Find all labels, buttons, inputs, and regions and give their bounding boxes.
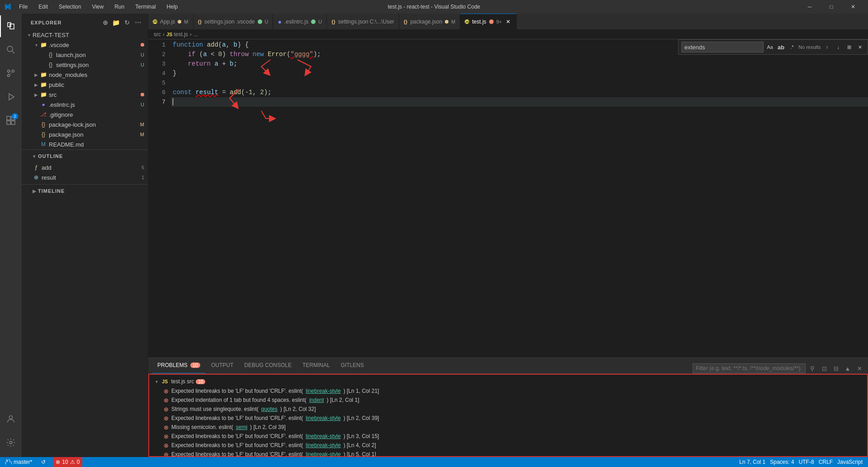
encoding-status[interactable]: UTF-8 (797, 457, 816, 467)
problem-link-5[interactable]: linebreak-style (306, 433, 340, 439)
problem-item-6[interactable]: ⊗ Expected linebreaks to be 'LF' but fou… (149, 441, 867, 450)
public-label: public (49, 81, 148, 88)
source-control-activity-icon[interactable] (0, 62, 22, 84)
testjs-close-button[interactable]: ✕ (505, 18, 512, 25)
explorer-activity-icon[interactable] (0, 15, 22, 37)
timeline-header[interactable]: ▶ TIMELINE (22, 185, 148, 197)
settings-activity-icon[interactable] (0, 432, 22, 453)
tab-settings-user[interactable]: {} settings.json C:\...\User (327, 14, 399, 29)
new-folder-button[interactable]: 📁 (112, 18, 121, 27)
problem-item-2[interactable]: ⊗ Strings must use singlequote. eslint(q… (149, 405, 867, 414)
tab-terminal[interactable]: TERMINAL (297, 357, 335, 373)
tree-public[interactable]: ▶ 📁 public (22, 80, 148, 90)
menu-edit[interactable]: Edit (35, 3, 52, 11)
code-line-3[interactable]: return a + b; (171, 59, 868, 69)
problem-link-0[interactable]: linebreak-style (306, 388, 340, 394)
problem-item-0[interactable]: ⊗ Expected linebreaks to be 'LF' but fou… (149, 386, 867, 396)
close-button[interactable]: ✕ (843, 0, 863, 14)
tab-settings-vscode[interactable]: {} settings.json .vscode U (193, 14, 274, 29)
tab-debug-console[interactable]: DEBUG CONSOLE (239, 357, 297, 373)
breadcrumb-file[interactable]: test.js (174, 31, 188, 38)
tab-appjs[interactable]: JS App.js M (148, 14, 193, 29)
menu-help[interactable]: Help (163, 3, 182, 11)
sync-status[interactable]: ↺ (39, 457, 47, 467)
branch-status[interactable]: master* (4, 457, 34, 467)
code-content[interactable]: function add(a, b) { if (a < 0) throw ne… (171, 39, 868, 357)
tab-problems[interactable]: PROBLEMS 10 (152, 357, 206, 373)
code-line-4[interactable]: } (171, 69, 868, 78)
find-close-button[interactable]: ✕ (856, 42, 865, 52)
maximize-button[interactable]: □ (821, 0, 842, 14)
tab-gitlens[interactable]: GITLENS (335, 357, 369, 373)
tree-node-modules[interactable]: ▶ 📁 node_modules (22, 70, 148, 80)
find-whole-word-button[interactable]: ab (776, 42, 785, 52)
menu-run[interactable]: Run (111, 3, 128, 11)
tree-settings-json[interactable]: ▶ {} settings.json U (22, 60, 148, 70)
tab-testjs[interactable]: JS test.js 9+ ✕ (460, 14, 517, 29)
minimize-button[interactable]: ─ (799, 0, 820, 14)
tree-readme[interactable]: ▶ M README.md (22, 139, 148, 149)
spaces-status[interactable]: Spaces: 4 (768, 457, 796, 467)
menu-file[interactable]: File (15, 3, 31, 11)
tab-package-json[interactable]: {} package.json M (399, 14, 460, 29)
tree-project-root[interactable]: ▾ REACT-TEST (22, 30, 148, 40)
problems-group-header[interactable]: ▾ JS test.js src 10 (149, 376, 867, 386)
menu-view[interactable]: View (88, 3, 107, 11)
tree-gitignore[interactable]: ▶ ⎇ .gitignore (22, 110, 148, 119)
debug-activity-icon[interactable] (0, 86, 22, 108)
breadcrumb-src[interactable]: src (154, 31, 161, 38)
problem-link-1[interactable]: indent (309, 397, 324, 403)
errors-status[interactable]: ⊗ 10 ⚠ 0 (53, 457, 82, 467)
collapse-panel-button[interactable]: ⊡ (819, 363, 829, 373)
tree-src[interactable]: ▶ 📁 src (22, 90, 148, 100)
problem-link-3[interactable]: linebreak-style (306, 415, 340, 421)
find-expand-button[interactable]: ⊞ (844, 42, 854, 52)
find-case-sensitive-button[interactable]: Aa (765, 42, 774, 52)
tree-launch-json[interactable]: ▶ {} launch.json U (22, 50, 148, 60)
outline-result[interactable]: ⊛ result 1 (22, 172, 148, 182)
tree-package-json[interactable]: ▶ {} package.json M (22, 129, 148, 139)
line-ending-status[interactable]: CRLF (817, 457, 835, 467)
split-panel-button[interactable]: ⊟ (831, 363, 841, 373)
tree-package-lock[interactable]: ▶ {} package-lock.json M (22, 119, 148, 129)
new-file-button[interactable]: ⊕ (101, 18, 110, 27)
problem-item-7[interactable]: ⊗ Expected linebreaks to be 'LF' but fou… (149, 450, 867, 457)
account-activity-icon[interactable] (0, 408, 22, 430)
problem-item-4[interactable]: ⊗ Missing semicolon. eslint(semi) [Ln 2,… (149, 423, 867, 432)
problem-link-2[interactable]: quotes (261, 406, 278, 412)
close-panel-button[interactable]: ✕ (854, 363, 864, 373)
code-line-6[interactable]: const result = add(-1, 2); (171, 88, 868, 97)
problem-link-6[interactable]: linebreak-style (306, 442, 340, 448)
language-status[interactable]: JavaScript (835, 457, 864, 467)
code-line-7[interactable] (171, 97, 868, 107)
extensions-activity-icon[interactable]: 2 (0, 110, 22, 131)
find-next-button[interactable]: ↓ (834, 42, 843, 52)
problem-item-3[interactable]: ⊗ Expected linebreaks to be 'LF' but fou… (149, 414, 867, 423)
error-icon-6: ⊗ (164, 442, 169, 449)
find-prev-button[interactable]: ↑ (823, 42, 832, 52)
problem-link-7[interactable]: linebreak-style (306, 451, 340, 457)
maximize-panel-button[interactable]: ▲ (843, 363, 853, 373)
breadcrumb-symbol[interactable]: ... (193, 31, 198, 38)
tree-vscode-folder[interactable]: ▾ 📁 .vscode (22, 40, 148, 50)
outline-header[interactable]: ▾ OUTLINE (22, 150, 148, 162)
collapse-all-button[interactable]: ⋯ (133, 18, 142, 27)
code-editor[interactable]: 1 2 3 4 5 6 7 function add(a, b) { if (a… (148, 39, 868, 357)
problem-item-1[interactable]: ⊗ Expected indentation of 1 tab but foun… (149, 396, 867, 405)
menu-selection[interactable]: Selection (55, 3, 85, 11)
refresh-button[interactable]: ↻ (123, 18, 132, 27)
filter-input[interactable] (693, 363, 806, 373)
find-regex-button[interactable]: .* (788, 42, 797, 52)
problem-link-4[interactable]: semi (236, 424, 247, 430)
position-status[interactable]: Ln 7, Col 1 (737, 457, 767, 467)
find-input[interactable] (681, 42, 764, 52)
tab-output[interactable]: OUTPUT (206, 357, 239, 373)
outline-add[interactable]: ƒ add 6 (22, 162, 148, 172)
search-activity-icon[interactable] (0, 39, 22, 61)
menu-terminal[interactable]: Terminal (132, 3, 159, 11)
code-line-5[interactable] (171, 78, 868, 88)
tree-eslintrc[interactable]: ▶ ● .eslintrc.js U (22, 100, 148, 110)
tab-eslintrc[interactable]: ● .eslintrc.js U (273, 14, 327, 29)
filter-icon[interactable]: ⚲ (807, 363, 817, 373)
problem-item-5[interactable]: ⊗ Expected linebreaks to be 'LF' but fou… (149, 432, 867, 441)
